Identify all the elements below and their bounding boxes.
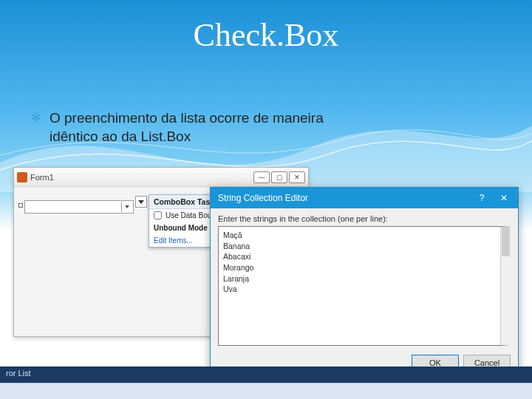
form1-titlebar: Form1 — ▢ ✕ — [14, 168, 308, 187]
editor-titlebar: String Collection Editor ? ✕ — [211, 188, 518, 208]
close-button[interactable]: ✕ — [289, 171, 305, 183]
selection-handle[interactable] — [18, 203, 23, 208]
minimize-button[interactable]: — — [253, 171, 270, 183]
presentation-footer — [0, 383, 532, 399]
editor-title-text: String Collection Editor — [218, 193, 308, 203]
use-data-bound-checkbox[interactable] — [154, 211, 162, 219]
scrollbar-thumb[interactable] — [502, 227, 510, 256]
editor-line: Maçã — [223, 230, 496, 241]
string-collection-editor-dialog: String Collection Editor ? ✕ Enter the s… — [210, 187, 519, 375]
bullet-item: ✻ O preenchimento da lista ocorre de man… — [31, 109, 349, 146]
editor-line: Banana — [223, 241, 496, 252]
smart-tag-button[interactable] — [135, 196, 147, 208]
slide-title: Check.Box — [0, 16, 532, 54]
editor-line: Uva — [223, 284, 496, 295]
help-button[interactable]: ? — [472, 191, 491, 205]
bullet-text: O preenchimento da lista ocorre de manei… — [50, 109, 349, 146]
dropdown-icon[interactable] — [121, 202, 132, 212]
editor-prompt: Enter the strings in the collection (one… — [218, 214, 511, 223]
editor-line: Laranja — [223, 273, 496, 284]
maximize-button[interactable]: ▢ — [271, 171, 287, 183]
editor-scrollbar[interactable] — [500, 227, 510, 345]
status-text: ror List — [6, 369, 31, 378]
form-icon — [17, 172, 27, 183]
combobox-control[interactable] — [24, 200, 134, 214]
editor-line: Morango — [223, 262, 496, 273]
form1-title-text: Form1 — [30, 173, 54, 182]
editor-textarea[interactable]: Maçã Banana Abacaxi Morango Laranja Uva — [218, 226, 511, 346]
bullet-mark-icon: ✻ — [31, 109, 41, 146]
editor-line: Abacaxi — [223, 251, 496, 262]
editor-close-button[interactable]: ✕ — [494, 191, 514, 205]
vs-status-bar: ror List — [0, 366, 532, 383]
